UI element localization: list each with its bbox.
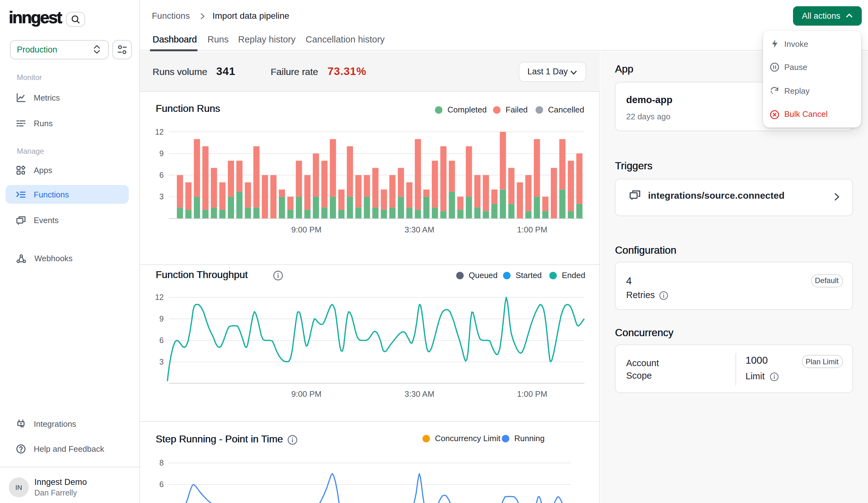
svg-text:1:00 PM: 1:00 PM [517,225,547,234]
svg-text:12: 12 [155,127,164,136]
svg-text:9: 9 [159,314,164,323]
svg-text:9: 9 [159,149,164,158]
svg-text:3: 3 [159,357,164,366]
svg-text:12: 12 [155,293,164,301]
svg-text:3:30 AM: 3:30 AM [405,389,434,399]
svg-text:9:00 PM: 9:00 PM [291,389,321,399]
svg-text:3:30 AM: 3:30 AM [405,225,434,234]
svg-text:6: 6 [159,171,164,179]
svg-text:1:00 PM: 1:00 PM [517,389,547,399]
svg-text:6: 6 [159,480,164,489]
svg-text:6: 6 [159,336,164,345]
svg-text:8: 8 [159,458,164,467]
svg-text:9:00 PM: 9:00 PM [291,225,321,234]
svg-text:3: 3 [159,192,164,201]
